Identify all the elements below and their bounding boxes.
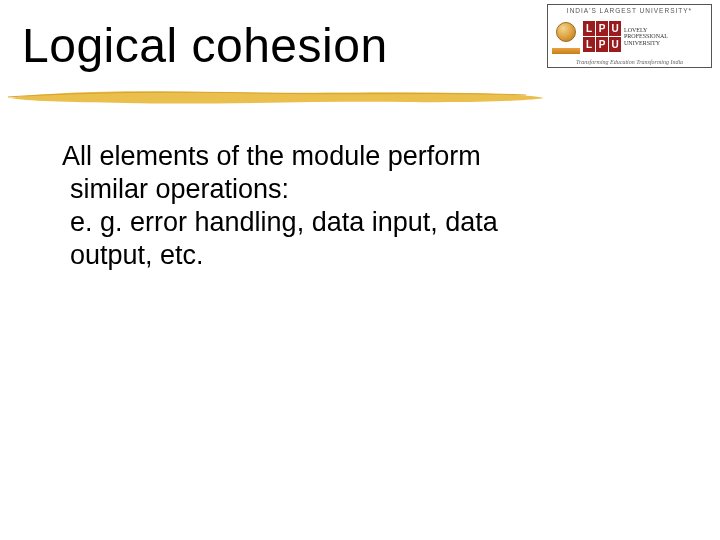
- logo-letter: U: [609, 37, 621, 52]
- body-line: All elements of the module perform: [62, 140, 650, 173]
- body-line: similar operations:: [70, 173, 650, 206]
- body-line: e. g. error handling, data input, data: [70, 206, 650, 239]
- logo-emblem-icon: [552, 20, 580, 54]
- slide-title: Logical cohesion: [22, 18, 388, 73]
- logo-university-name: LOVELY PROFESSIONAL UNIVERSITY: [624, 27, 707, 46]
- title-underline: [6, 86, 546, 108]
- logo-top-text: INDIA'S LARGEST UNIVERSITY*: [552, 7, 707, 14]
- logo-letter: U: [609, 21, 621, 36]
- body-line: output, etc.: [70, 239, 650, 272]
- logo-letter: P: [596, 21, 608, 36]
- logo-tagline: Transforming Education Transforming Indi…: [552, 59, 707, 65]
- logo-letters: L P U L P U: [583, 21, 621, 52]
- university-logo: INDIA'S LARGEST UNIVERSITY* L P U L P U …: [547, 4, 712, 68]
- logo-letter: P: [596, 37, 608, 52]
- logo-letter: L: [583, 37, 595, 52]
- logo-middle-row: L P U L P U LOVELY PROFESSIONAL UNIVERSI…: [552, 19, 707, 55]
- slide-body: All elements of the module perform simil…: [62, 140, 650, 272]
- logo-letter: L: [583, 21, 595, 36]
